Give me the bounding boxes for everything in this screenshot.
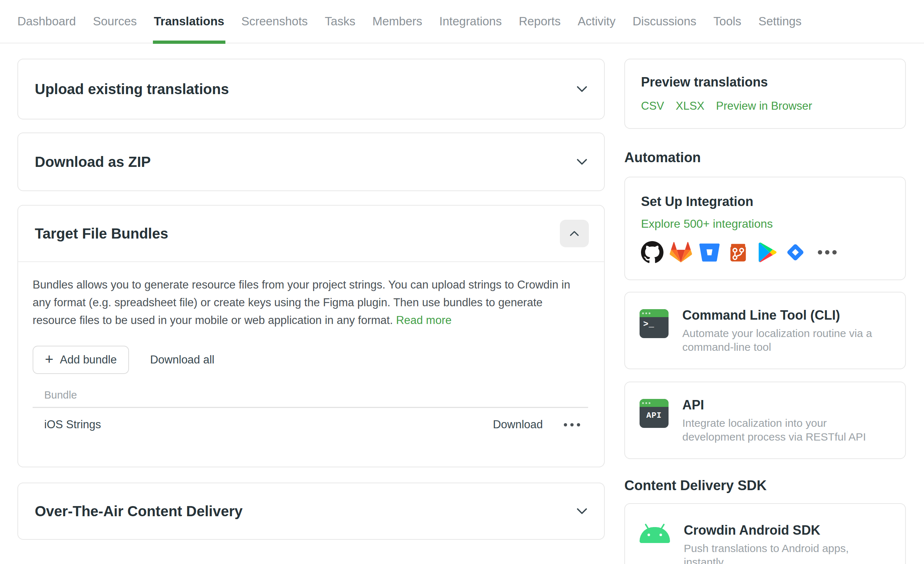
- android-sdk-text: Crowdin Android SDK Push translations to…: [684, 522, 891, 555]
- chevron-down-icon: [576, 159, 587, 165]
- chevron-down-icon: [576, 86, 587, 92]
- read-more-link[interactable]: Read more: [396, 314, 452, 326]
- ota-content-delivery-panel[interactable]: Over-The-Air Content Delivery: [17, 483, 605, 540]
- tab-settings[interactable]: Settings: [758, 0, 801, 43]
- chevron-up-icon: [570, 230, 579, 236]
- bundle-row: iOS Strings Download: [33, 408, 588, 441]
- bundle-name[interactable]: iOS Strings: [44, 418, 101, 431]
- tab-reports[interactable]: Reports: [519, 0, 561, 43]
- plus-icon: +: [45, 352, 53, 367]
- google-play-icon[interactable]: [756, 241, 778, 263]
- collapse-panel-button[interactable]: [560, 220, 589, 247]
- target-file-bundles-body: Bundles allows you to generate resource …: [18, 262, 604, 467]
- preview-translations-card: Preview translations CSV XLSX Preview in…: [624, 58, 906, 129]
- automation-heading: Automation: [624, 149, 906, 166]
- tab-discussions[interactable]: Discussions: [633, 0, 696, 43]
- set-up-integration-title: Set Up Integration: [641, 193, 889, 210]
- translations-sidebar: Preview translations CSV XLSX Preview in…: [624, 58, 906, 564]
- github-icon[interactable]: [641, 241, 663, 263]
- terminal-api-icon: API: [639, 399, 669, 428]
- android-sdk-card[interactable]: Crowdin Android SDK Push translations to…: [624, 503, 906, 564]
- target-file-bundles-title: Target File Bundles: [35, 226, 168, 242]
- tab-activity[interactable]: Activity: [578, 0, 616, 43]
- preview-translations-title: Preview translations: [641, 75, 889, 90]
- download-as-zip-panel[interactable]: Download as ZIP: [17, 133, 605, 191]
- preview-in-browser-link[interactable]: Preview in Browser: [716, 99, 812, 113]
- tab-translations[interactable]: Translations: [154, 0, 224, 43]
- api-card[interactable]: API API Integrate localization into your…: [624, 381, 906, 459]
- tab-tasks[interactable]: Tasks: [325, 0, 355, 43]
- tab-integrations[interactable]: Integrations: [439, 0, 501, 43]
- integration-icons-row: [641, 241, 889, 263]
- explore-integrations-link[interactable]: Explore 500+ integrations: [641, 217, 773, 231]
- android-icon: [639, 527, 670, 555]
- git-repository-icon[interactable]: [727, 241, 749, 263]
- tab-tools[interactable]: Tools: [714, 0, 741, 43]
- bundles-description-text: Bundles allows you to generate resource …: [33, 278, 570, 326]
- ota-panel-title: Over-The-Air Content Delivery: [35, 503, 242, 519]
- api-title: API: [682, 397, 891, 413]
- cli-tool-description: Automate your localization routine via a…: [682, 326, 891, 354]
- bundle-column-header: Bundle: [33, 389, 588, 401]
- preview-links-row: CSV XLSX Preview in Browser: [641, 99, 889, 113]
- bitbucket-icon[interactable]: [698, 241, 721, 263]
- cli-tool-text: Command Line Tool (CLI) Automate your lo…: [682, 307, 891, 354]
- zip-panel-title: Download as ZIP: [35, 154, 151, 170]
- target-file-bundles-header[interactable]: Target File Bundles: [18, 206, 604, 262]
- api-text: API Integrate localization into your dev…: [682, 397, 891, 444]
- bundles-actions-row: + Add bundle Download all: [33, 346, 588, 374]
- cli-tool-title: Command Line Tool (CLI): [682, 307, 891, 324]
- terminal-cli-icon: >_: [639, 309, 669, 338]
- content-delivery-sdk-heading: Content Delivery SDK: [624, 477, 906, 494]
- preview-xlsx-link[interactable]: XLSX: [676, 99, 704, 113]
- bundles-description: Bundles allows you to generate resource …: [33, 276, 576, 329]
- set-up-integration-card: Set Up Integration Explore 500+ integrat…: [624, 177, 906, 280]
- gitlab-icon[interactable]: [670, 241, 692, 263]
- android-sdk-description: Push translations to Android apps, insta…: [684, 542, 891, 564]
- chevron-down-icon: [576, 508, 587, 515]
- tab-dashboard[interactable]: Dashboard: [17, 0, 76, 43]
- tab-sources[interactable]: Sources: [93, 0, 136, 43]
- jira-icon[interactable]: [784, 241, 807, 263]
- target-file-bundles-panel: Target File Bundles Bundles allows you t…: [17, 205, 605, 467]
- translations-main-column: Upload existing translations Download as…: [17, 58, 605, 540]
- project-tab-bar: Dashboard Sources Translations Screensho…: [0, 0, 924, 43]
- add-bundle-label: Add bundle: [60, 353, 117, 367]
- bundle-download-link[interactable]: Download: [493, 418, 543, 431]
- download-all-link[interactable]: Download all: [150, 353, 214, 367]
- tab-members[interactable]: Members: [372, 0, 423, 43]
- tab-screenshots[interactable]: Screenshots: [242, 0, 308, 43]
- more-integrations-icon[interactable]: [818, 250, 837, 254]
- preview-csv-link[interactable]: CSV: [641, 99, 664, 113]
- bundle-more-menu-icon[interactable]: [562, 420, 582, 430]
- cli-tool-card[interactable]: >_ Command Line Tool (CLI) Automate your…: [624, 292, 906, 369]
- add-bundle-button[interactable]: + Add bundle: [33, 346, 129, 374]
- api-description: Integrate localization into your develop…: [682, 416, 891, 444]
- upload-panel-title: Upload existing translations: [35, 81, 229, 97]
- upload-existing-translations-panel[interactable]: Upload existing translations: [17, 58, 605, 120]
- android-sdk-title: Crowdin Android SDK: [684, 522, 891, 539]
